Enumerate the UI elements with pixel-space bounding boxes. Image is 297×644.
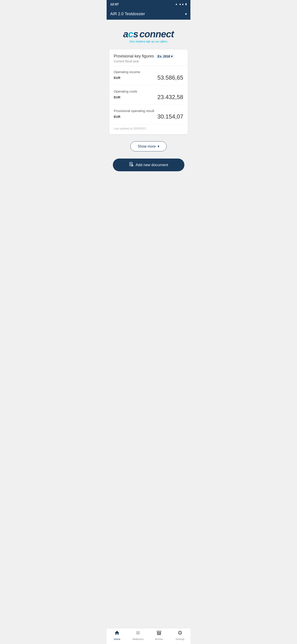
operating-costs-values: EUR 23.432,58 <box>114 94 183 100</box>
header-title: AIR 2.0 Testdossier <box>110 12 145 16</box>
status-time: 12:07 <box>110 2 119 6</box>
card-title: Provisional key figures <box>114 54 154 58</box>
operating-costs-row: Operating costs EUR 23.432,58 <box>109 86 188 105</box>
logo-connect-text: connect <box>139 30 174 39</box>
operating-result-currency: EUR <box>114 115 120 118</box>
year-selector[interactable]: Ex. 2018 ▾ <box>156 54 174 58</box>
show-more-icon: ▾ <box>158 144 159 148</box>
logo-acs-text: a <box>123 30 128 39</box>
logo-c-text: c <box>128 30 133 39</box>
operating-result-label: Provisional operating result <box>114 109 183 113</box>
add-doc-label: Add new document <box>136 163 168 167</box>
key-figures-card: Provisional key figures Ex. 2018 ▾ Curre… <box>109 50 188 134</box>
app-header: AIR 2.0 Testdossier ▾ <box>107 8 190 20</box>
last-updated: Last updated at 23/09/2021 <box>109 124 188 134</box>
logo-s-text: s <box>133 30 138 39</box>
card-header: Provisional key figures Ex. 2018 ▾ Curre… <box>109 50 188 66</box>
operating-income-values: EUR 53.586,65 <box>114 74 183 81</box>
operating-result-row: Provisional operating result EUR 30.154,… <box>109 105 188 124</box>
operating-income-currency: EUR <box>114 76 120 80</box>
show-more-container: Show more ▾ <box>107 138 190 155</box>
show-more-label: Show more <box>138 144 156 148</box>
operating-costs-currency: EUR <box>114 96 120 99</box>
operating-income-label: Operating income <box>114 70 183 74</box>
logo-wrapper: acs connect Een heldere kijk op uw cijfe… <box>123 25 174 45</box>
card-title-row: Provisional key figures Ex. 2018 ▾ <box>114 54 183 58</box>
operating-income-amount: 53.586,65 <box>157 74 183 81</box>
card-subtitle: Current fiscal year <box>114 60 183 63</box>
year-label: Ex. 2018 <box>158 54 170 58</box>
header-dropdown-icon[interactable]: ▾ <box>185 12 187 16</box>
operating-result-values: EUR 30.154,07 <box>114 113 183 120</box>
show-more-button[interactable]: Show more ▾ <box>130 141 167 152</box>
year-dropdown-icon: ▾ <box>171 54 173 58</box>
acs-logo: acs connect <box>123 30 174 39</box>
status-icons: ▲ ▲▲ ▮ <box>175 2 187 6</box>
logo-tagline: Een heldere kijk op uw cijfers <box>130 40 167 43</box>
operating-result-amount: 30.154,07 <box>157 113 183 120</box>
operating-income-row: Operating income EUR 53.586,65 <box>109 66 188 86</box>
add-doc-icon <box>129 162 133 168</box>
add-document-button[interactable]: Add new document <box>113 158 184 171</box>
battery-icon: ▮ <box>185 2 187 6</box>
wifi-icon: ▲ <box>175 2 178 6</box>
logo-area: acs connect Een heldere kijk op uw cijfe… <box>107 20 190 50</box>
signal-icon: ▲▲ <box>179 2 184 6</box>
operating-costs-label: Operating costs <box>114 90 183 93</box>
add-doc-container: Add new document <box>107 155 190 175</box>
operating-costs-amount: 23.432,58 <box>157 94 183 100</box>
